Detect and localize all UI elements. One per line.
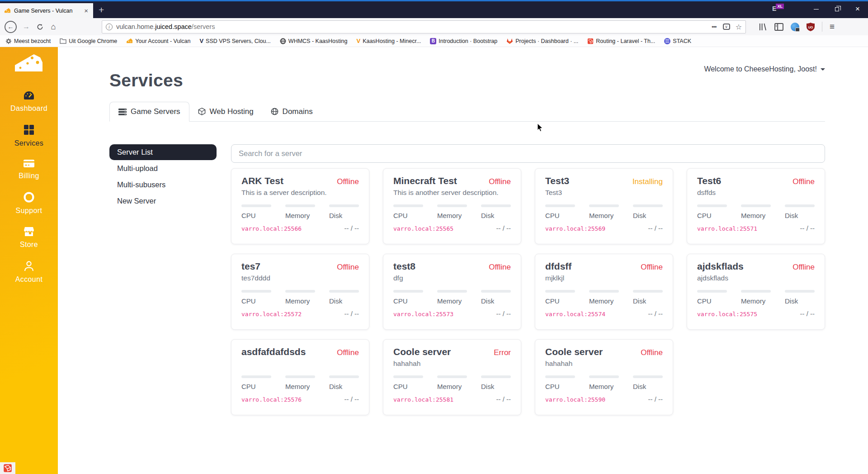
close-button[interactable]: × <box>847 1 868 17</box>
bookmarks-bar: Meest bezocht Uit Google Chrome Your Acc… <box>0 35 868 47</box>
tab-game-servers[interactable]: Game Servers <box>109 102 189 122</box>
cpu-usage-bar <box>393 204 423 207</box>
bookmark-label: KaasHosting - Minecr... <box>363 38 421 44</box>
sidebar-item-billing[interactable]: Billing <box>19 159 39 180</box>
xl-extension-icon[interactable]: EXL <box>772 5 782 13</box>
server-card[interactable]: tes7 Offline tes7dddd CPU Memory Disk va… <box>231 254 369 330</box>
toolbar-divider <box>822 22 822 32</box>
sidebar-item-label: Dashboard <box>10 104 47 113</box>
gear-icon <box>5 38 12 44</box>
bookmark-item[interactable]: V KaasHosting - Minecr... <box>356 38 421 44</box>
taskbar-peek-icon[interactable] <box>0 462 15 474</box>
bookmark-item[interactable]: Uit Google Chrome <box>60 38 117 44</box>
menu-icon[interactable]: ≡ <box>830 22 835 32</box>
sidebar-item-support[interactable]: Support <box>16 192 42 215</box>
server-card[interactable]: test8 Offline dfg CPU Memory Disk varro.… <box>383 254 521 330</box>
back-button[interactable]: ← <box>5 21 17 33</box>
memory-label: Memory <box>285 297 329 305</box>
cpu-label: CPU <box>393 383 437 390</box>
player-count: -- / -- <box>496 310 511 318</box>
sidebars-icon[interactable] <box>774 23 783 31</box>
welcome-text: Welcome to CheeseHosting, Joost! <box>704 65 817 73</box>
memory-usage-bar <box>589 375 619 378</box>
kaas-icon: V <box>356 38 360 44</box>
server-description: ajdskflads <box>697 274 815 284</box>
tab-close-icon[interactable]: × <box>83 7 89 14</box>
server-card[interactable]: ajdskflads Offline ajdskflads CPU Memory… <box>687 254 825 330</box>
titlebar-controls: EXL × <box>772 1 868 17</box>
server-address: varro.local:25576 <box>241 396 302 403</box>
server-description: hahahah <box>393 360 511 370</box>
server-name: Test3 <box>545 175 569 186</box>
bookmark-item[interactable]: B Introduction · Bootstrap <box>430 38 497 44</box>
memory-label: Memory <box>285 383 329 390</box>
home-button[interactable]: ⌂ <box>47 22 60 32</box>
server-card[interactable]: ARK Test Offline This is a server descri… <box>231 168 369 244</box>
cpu-label: CPU <box>545 297 589 305</box>
bookmark-item[interactable]: Meest bezocht <box>5 38 51 44</box>
page-actions-icon[interactable]: ••• <box>712 24 717 30</box>
tab-domains[interactable]: Domains <box>262 102 321 121</box>
site-info-icon[interactable]: i <box>106 24 113 30</box>
server-card[interactable]: asdfafdafdsds Offline CPU Memory Disk va… <box>231 339 369 415</box>
restore-button[interactable] <box>826 1 847 17</box>
server-address: varro.local:25581 <box>393 396 453 403</box>
bookmark-star-icon[interactable]: ☆ <box>736 23 742 31</box>
server-address: varro.local:25571 <box>697 225 757 232</box>
server-address: varro.local:25566 <box>241 225 302 232</box>
server-description: tes7dddd <box>241 274 359 284</box>
memory-label: Memory <box>741 297 785 305</box>
forward-button[interactable]: → <box>19 23 33 31</box>
url-bar[interactable]: i vulcan.home.juiced.space/servers ••• ∨… <box>102 20 746 33</box>
server-description <box>241 360 359 370</box>
bookmark-item[interactable]: Routing - Laravel - Th... <box>587 38 655 44</box>
sidebar-item-label: Account <box>15 275 43 284</box>
search-input[interactable] <box>231 144 825 163</box>
cheesehosting-logo[interactable] <box>14 53 44 75</box>
bookmark-item[interactable]: V SSD VPS Servers, Clou... <box>199 38 270 44</box>
memory-usage-bar <box>741 204 771 207</box>
sidebar-item-services[interactable]: Services <box>14 124 44 147</box>
server-description: This is another server description. <box>393 189 511 199</box>
server-card[interactable]: Coole server Error hahahah CPU Memory Di… <box>383 339 521 415</box>
cpu-usage-bar <box>393 290 423 293</box>
bookmark-item[interactable]: Your Account - Vulcan <box>126 38 190 44</box>
memory-label: Memory <box>589 297 633 305</box>
submenu-item-multi-subusers[interactable]: Multi-subusers <box>109 177 217 193</box>
reload-button[interactable] <box>33 24 47 30</box>
bookmark-label: Routing - Laravel - Th... <box>596 38 655 44</box>
sidebar-item-store[interactable]: Store <box>20 227 38 249</box>
submenu-item-server-list[interactable]: Server List <box>109 144 217 160</box>
sidebar-item-account[interactable]: Account <box>15 261 43 284</box>
disk-label: Disk <box>633 212 663 219</box>
tab-web-hosting[interactable]: Web Hosting <box>189 102 262 121</box>
library-icon[interactable] <box>759 23 767 31</box>
browser-tab-active[interactable]: Game Servers - Vulcan × <box>0 3 93 18</box>
server-description: mjklkjl <box>545 274 663 284</box>
privacy-extension-icon[interactable] <box>791 23 799 31</box>
pocket-icon[interactable]: ∨ <box>723 24 730 30</box>
server-card[interactable]: Test3 Installing Test3 CPU Memory Disk v… <box>535 168 673 244</box>
server-card[interactable]: Coole server Offline hahahah CPU Memory … <box>535 339 673 415</box>
server-card[interactable]: Test6 Offline dsffds CPU Memory Disk var… <box>687 168 825 244</box>
disk-usage-bar <box>329 375 359 378</box>
disk-label: Disk <box>481 212 511 219</box>
player-count: -- / -- <box>648 310 663 318</box>
tab-label: Domains <box>283 107 313 116</box>
bookmark-item[interactable]: STACK <box>664 38 691 44</box>
memory-usage-bar <box>741 290 771 293</box>
submenu-item-new-server[interactable]: New Server <box>109 193 217 209</box>
account-dropdown[interactable]: Welcome to CheeseHosting, Joost! <box>704 65 825 73</box>
server-card[interactable]: Minecraft Test Offline This is another s… <box>383 168 521 244</box>
player-count: -- / -- <box>344 224 359 232</box>
bookmark-item[interactable]: WHMCS - KaasHosting <box>280 38 348 44</box>
submenu-item-multi-upload[interactable]: Multi-upload <box>109 161 217 176</box>
sidebar-item-dashboard[interactable]: Dashboard <box>10 90 47 113</box>
minimize-button[interactable] <box>806 1 826 17</box>
server-card[interactable]: dfdsff Offline mjklkjl CPU Memory Disk v… <box>535 254 673 330</box>
new-tab-button[interactable]: + <box>93 3 109 17</box>
server-description: hahahah <box>545 360 663 370</box>
page-title: Services <box>109 71 825 90</box>
bookmark-item[interactable]: Projects · Dashboard · ... <box>506 38 578 44</box>
ublock-shield-icon[interactable]: UO <box>807 23 815 31</box>
